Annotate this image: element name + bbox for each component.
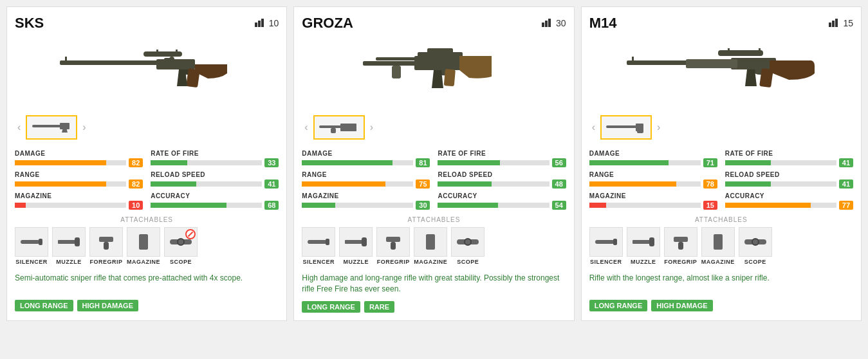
tags-row: LONG RANGEHIGH DAMAGE	[589, 300, 853, 311]
attach-label: MUZZLE	[344, 259, 369, 265]
stat-bar-fill	[725, 160, 771, 165]
stat-value: 30	[416, 201, 430, 210]
svg-rect-1	[258, 21, 261, 27]
tags-row: LONG RANGERARE	[302, 301, 566, 313]
stat-label: RELOAD SPEED	[725, 171, 853, 178]
attach-box	[127, 227, 160, 257]
stat-label: DAMAGE	[589, 150, 717, 157]
attach-scope[interactable]: SCOPE	[451, 227, 485, 265]
tag-long-range[interactable]: LONG RANGE	[589, 300, 648, 311]
stat-value: 78	[703, 180, 717, 189]
stat-damage: DAMAGE81	[302, 150, 430, 167]
attachables-label: ATTACHABLES	[589, 216, 853, 223]
svg-rect-30	[427, 48, 453, 53]
thumb-item[interactable]	[600, 115, 652, 140]
stat-bar-row: 41	[725, 180, 853, 189]
next-button[interactable]: ›	[654, 122, 663, 133]
next-button[interactable]: ›	[367, 122, 376, 133]
attach-muzzle[interactable]: MUZZLE	[627, 227, 660, 265]
card-ammo: 10	[255, 18, 279, 29]
attach-silencer[interactable]: SILENCER	[589, 227, 623, 265]
attach-label: FOREGRIP	[377, 259, 410, 265]
attach-foregrip[interactable]: FOREGRIP	[89, 227, 123, 265]
attach-silencer[interactable]: SILENCER	[302, 227, 335, 265]
attach-scope[interactable]: SCOPE	[739, 227, 772, 265]
attach-label: MUZZLE	[56, 259, 82, 265]
prev-button[interactable]: ‹	[15, 122, 23, 133]
stat-bar-fill	[15, 203, 26, 208]
tag-long-range[interactable]: LONG RANGE	[15, 300, 73, 311]
stat-accuracy: ACCURACY54	[438, 192, 566, 210]
stat-bar-fill	[725, 203, 811, 208]
svg-rect-28	[414, 56, 466, 70]
attach-magazine[interactable]: MAGAZINE	[127, 227, 160, 265]
card-description: Rifle with the longest range, almost lik…	[589, 273, 853, 293]
attach-foregrip[interactable]: FOREGRIP	[664, 227, 697, 265]
attach-label: FOREGRIP	[89, 259, 122, 265]
tag-rare[interactable]: RARE	[364, 301, 394, 313]
stat-bar-bg	[15, 160, 126, 165]
card-groza: GROZA30 ‹›DAMAGE81RATE OF FIRE56RANGE75R…	[293, 6, 574, 321]
stat-bar-bg	[589, 160, 701, 165]
thumbnail-row: ‹›	[589, 113, 853, 142]
prev-button[interactable]: ‹	[589, 122, 598, 133]
attach-scope[interactable]: SCOPE	[164, 227, 198, 265]
attach-label: SCOPE	[744, 259, 766, 265]
thumb-item[interactable]	[26, 115, 77, 140]
card-header: GROZA30	[302, 15, 566, 32]
svg-rect-58	[637, 128, 643, 133]
stat-label: RATE OF FIRE	[725, 150, 853, 157]
attach-foregrip[interactable]: FOREGRIP	[376, 227, 410, 265]
stat-bar-row: 41	[151, 180, 279, 189]
svg-rect-63	[674, 237, 688, 242]
attach-magazine[interactable]: MAGAZINE	[414, 227, 447, 265]
attach-box	[664, 227, 697, 257]
weapon-image-container	[15, 37, 279, 107]
next-button[interactable]: ›	[80, 122, 88, 133]
stat-value: 10	[129, 201, 143, 210]
attach-silencer[interactable]: SILENCER	[15, 227, 48, 265]
svg-rect-45	[829, 23, 831, 27]
stat-bar-fill	[15, 181, 106, 187]
stats-grid: DAMAGE82RATE OF FIRE33RANGE82RELOAD SPEE…	[15, 150, 279, 210]
stat-bar-fill	[438, 203, 498, 208]
attach-muzzle[interactable]: MUZZLE	[339, 227, 373, 265]
stat-value: 75	[416, 180, 430, 189]
tag-long-range[interactable]: LONG RANGE	[302, 301, 360, 313]
tag-high-damage[interactable]: HIGH DAMAGE	[77, 300, 138, 311]
attachables-label: ATTACHABLES	[15, 216, 279, 223]
attach-magazine[interactable]: MAGAZINE	[701, 227, 735, 265]
stat-bar-bg	[302, 181, 413, 187]
stat-bar-row: 81	[302, 158, 430, 167]
ammo-icon	[829, 18, 840, 29]
stat-bar-bg	[438, 160, 549, 165]
stat-label: RATE OF FIRE	[151, 150, 279, 157]
svg-rect-47	[835, 19, 838, 27]
thumb-item[interactable]	[313, 115, 365, 140]
tag-high-damage[interactable]: HIGH DAMAGE	[651, 300, 712, 311]
stat-label: MAGAZINE	[15, 192, 143, 199]
stat-label: RANGE	[589, 171, 717, 178]
stat-bar-row: 77	[725, 201, 853, 210]
svg-point-11	[169, 57, 174, 62]
stat-label: RATE OF FIRE	[438, 150, 566, 157]
attach-label: SCOPE	[457, 259, 479, 265]
cards-container: SKS10 ‹›DAMAGE82RATE OF FIRE33RANGE8	[6, 6, 862, 321]
svg-rect-2	[261, 19, 264, 27]
stat-label: DAMAGE	[302, 150, 430, 157]
stat-bar-bg	[302, 160, 413, 165]
svg-rect-55	[632, 57, 634, 63]
svg-rect-5	[176, 50, 178, 53]
attach-muzzle[interactable]: MUZZLE	[52, 227, 86, 265]
prev-button[interactable]: ‹	[302, 122, 310, 133]
card-header: M1415	[589, 15, 853, 32]
attach-box	[701, 227, 735, 257]
svg-rect-62	[649, 237, 654, 246]
stat-reload-speed: RELOAD SPEED41	[725, 171, 853, 189]
stat-range: RANGE82	[15, 171, 143, 189]
weapon-image-container	[302, 37, 566, 107]
stat-bar-bg	[15, 181, 126, 187]
attach-label: SILENCER	[590, 259, 622, 265]
stat-bar-row: 30	[302, 201, 430, 210]
svg-rect-43	[457, 239, 479, 244]
